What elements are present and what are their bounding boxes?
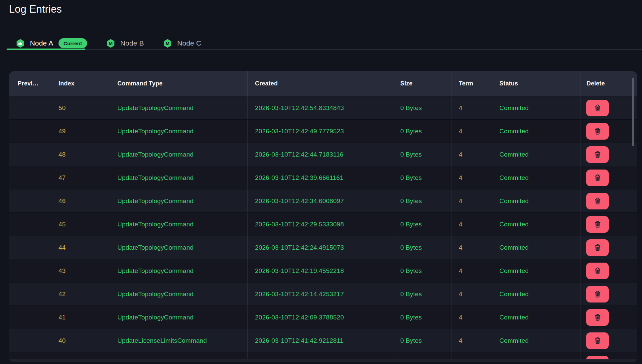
- table-header-row: Previ… Index Command Type Created Size T…: [9, 71, 637, 96]
- cell-term: 4: [451, 120, 492, 143]
- cell-command-type: UpdateLicenseLimitsCommand: [110, 329, 247, 352]
- delete-button[interactable]: [586, 239, 609, 256]
- delete-button[interactable]: [586, 170, 609, 186]
- delete-button[interactable]: [586, 263, 609, 279]
- table-row-partial: [9, 352, 637, 359]
- tab-node-c-label: Node C: [177, 39, 201, 47]
- node-tabs: Node A Current M Node B M Node C: [16, 37, 201, 49]
- cell-created: 2026-03-10T12:41:42.9212811: [247, 329, 393, 352]
- cell-term: 4: [451, 143, 492, 166]
- cell-delete: [580, 96, 626, 119]
- cell-previous: [9, 213, 52, 236]
- delete-button[interactable]: [586, 100, 609, 116]
- delete-button[interactable]: [586, 356, 609, 360]
- trash-icon: [594, 150, 601, 159]
- cell-previous: [9, 352, 52, 359]
- log-entries-table: Previ… Index Command Type Created Size T…: [9, 71, 637, 362]
- trash-icon: [594, 197, 601, 205]
- trash-icon: [594, 174, 601, 182]
- cell-delete: [580, 306, 626, 329]
- table-row: 42 UpdateTopologyCommand 2026-03-10T12:4…: [9, 282, 637, 305]
- cell-delete: [580, 329, 626, 352]
- cell-command-type: UpdateTopologyCommand: [110, 143, 247, 166]
- cell-delete: [580, 352, 626, 359]
- cell-term: 4: [451, 283, 492, 305]
- trash-icon: [594, 243, 601, 252]
- cell-index: [52, 352, 110, 359]
- member-hexagon-icon: M: [106, 39, 115, 48]
- cell-delete: [580, 259, 626, 282]
- cell-index: 41: [52, 306, 110, 329]
- table-row: 43 UpdateTopologyCommand 2026-03-10T12:4…: [9, 259, 637, 282]
- cell-size: 0 Bytes: [393, 189, 451, 212]
- cell-size: [393, 352, 451, 359]
- table-row: 46 UpdateTopologyCommand 2026-03-10T12:4…: [9, 189, 637, 212]
- column-header-status: Status: [492, 71, 580, 96]
- table-row: 45 UpdateTopologyCommand 2026-03-10T12:4…: [9, 212, 637, 236]
- cell-command-type: UpdateTopologyCommand: [110, 306, 247, 329]
- cell-gutter: [626, 259, 637, 282]
- cell-command-type: UpdateTopologyCommand: [110, 259, 247, 282]
- cell-status: Commited: [492, 213, 580, 236]
- page-title: Log Entries: [9, 3, 62, 15]
- delete-button[interactable]: [586, 216, 609, 233]
- tab-node-c[interactable]: M Node C: [163, 39, 201, 48]
- column-header-previous: Previ…: [9, 71, 52, 96]
- cell-status: Commited: [492, 329, 580, 352]
- delete-button[interactable]: [586, 193, 609, 209]
- column-header-index: Index: [52, 71, 110, 96]
- cell-gutter: [626, 189, 637, 212]
- cell-status: Commited: [492, 306, 580, 329]
- cell-size: 0 Bytes: [393, 213, 451, 236]
- cell-gutter: [626, 143, 637, 166]
- cell-previous: [9, 166, 52, 189]
- svg-text:M: M: [166, 41, 170, 46]
- trash-icon: [594, 336, 601, 345]
- tab-node-b[interactable]: M Node B: [106, 39, 144, 48]
- trash-icon: [594, 313, 601, 321]
- tab-node-a[interactable]: Node A Current: [16, 38, 87, 48]
- leader-hexagon-crown-icon: [16, 39, 25, 48]
- cell-size: 0 Bytes: [393, 96, 451, 119]
- scrollbar-thumb[interactable]: [632, 78, 634, 146]
- cell-index: 46: [52, 189, 110, 212]
- cell-term: [451, 352, 492, 359]
- column-header-term: Term: [451, 71, 492, 96]
- cell-command-type: UpdateTopologyCommand: [110, 236, 247, 259]
- cell-previous: [9, 143, 52, 166]
- delete-button[interactable]: [586, 309, 609, 326]
- cell-created: 2026-03-10T12:42:44.7183116: [247, 143, 393, 166]
- cell-status: [492, 352, 580, 359]
- delete-button[interactable]: [586, 286, 609, 303]
- cell-command-type: UpdateTopologyCommand: [110, 189, 247, 212]
- table-row: 44 UpdateTopologyCommand 2026-03-10T12:4…: [9, 236, 637, 259]
- table-row: 49 UpdateTopologyCommand 2026-03-10T12:4…: [9, 119, 637, 143]
- table-body: 50 UpdateTopologyCommand 2026-03-10T12:4…: [9, 96, 637, 359]
- cell-index: 43: [52, 259, 110, 282]
- delete-button[interactable]: [586, 123, 609, 140]
- delete-button[interactable]: [586, 146, 609, 163]
- table-row: 48 UpdateTopologyCommand 2026-03-10T12:4…: [9, 143, 637, 166]
- cell-size: 0 Bytes: [393, 120, 451, 143]
- table-row: 40 UpdateLicenseLimitsCommand 2026-03-10…: [9, 329, 637, 352]
- table-row: 41 UpdateTopologyCommand 2026-03-10T12:4…: [9, 305, 637, 329]
- cell-size: 0 Bytes: [393, 143, 451, 166]
- cell-delete: [580, 143, 626, 166]
- cell-term: 4: [451, 189, 492, 212]
- cell-created: [247, 352, 393, 359]
- cell-created: 2026-03-10T12:42:34.6008097: [247, 189, 393, 212]
- cell-index: 45: [52, 213, 110, 236]
- delete-button[interactable]: [586, 332, 609, 349]
- cell-command-type: UpdateTopologyCommand: [110, 120, 247, 143]
- cell-term: 4: [451, 259, 492, 282]
- cell-created: 2026-03-10T12:42:19.4552218: [247, 259, 393, 282]
- trash-icon: [594, 290, 601, 298]
- cell-previous: [9, 306, 52, 329]
- column-header-size: Size: [393, 71, 451, 96]
- trash-icon: [594, 267, 601, 275]
- cell-delete: [580, 236, 626, 259]
- cell-status: Commited: [492, 283, 580, 305]
- cell-gutter: [626, 166, 637, 189]
- column-header-command-type: Command Type: [110, 71, 247, 96]
- cell-delete: [580, 166, 626, 189]
